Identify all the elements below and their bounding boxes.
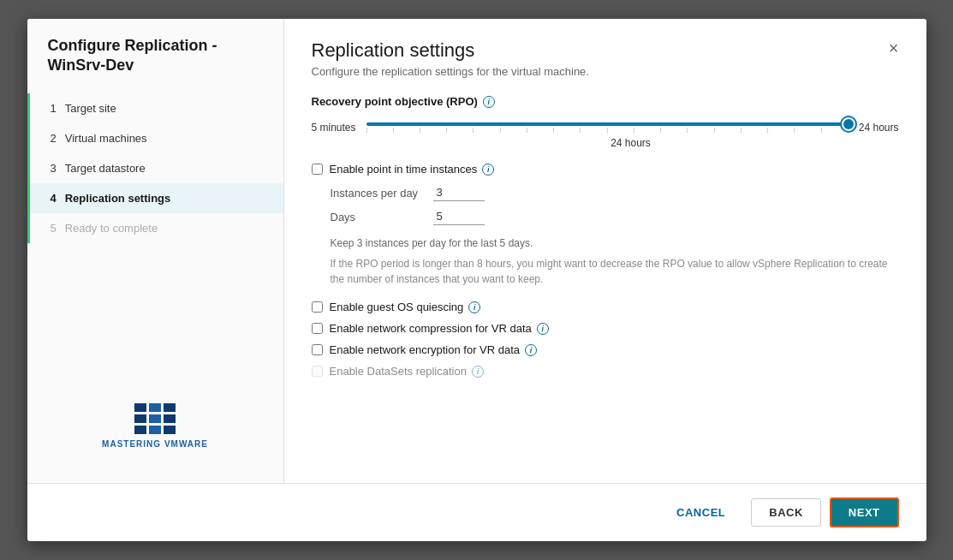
rpo-info-icon[interactable]: i [483,96,495,108]
tick [527,128,527,133]
step-num-5: 5 [51,222,57,235]
vmware-logo-text: MASTERING VMWARE [102,439,208,449]
progress-bar [27,93,30,243]
slider-ticks [366,128,849,133]
pit-info-icon[interactable]: i [482,164,494,176]
main-content: Replication settings × Configure the rep… [284,19,926,483]
instances-per-day-row: Instances per day [331,184,899,201]
days-label: Days [331,211,425,223]
step-label-4: Replication settings [65,192,171,205]
instances-per-day-input[interactable] [433,184,485,201]
step-label-2: Virtual machines [65,132,147,145]
checkbox-pit-row: Enable point in time instances i [312,163,899,176]
enable-datasets-label-text: Enable DataSets replication [330,365,467,378]
enable-pit-checkbox[interactable] [312,164,323,175]
enable-network-compression-label: Enable network compression for VR data i [330,322,549,335]
logo-block [134,403,146,412]
slider-max-label: 24 hours [859,122,899,134]
tick [393,128,394,133]
checkbox-datasets-row: Enable DataSets replication i [312,365,899,378]
rpo-label-text: Recovery point objective (RPO) [312,95,478,108]
enable-network-compression-label-text: Enable network compression for VR data [330,322,532,335]
slider-min-label: 5 minutes [312,122,356,134]
encrypt-info-icon[interactable]: i [525,344,537,356]
logo-block [164,426,176,434]
enable-network-encryption-checkbox[interactable] [312,344,323,355]
enable-network-compression-checkbox[interactable] [312,323,323,334]
step-label-5: Ready to complete [65,222,158,235]
main-subtitle: Configure the replication settings for t… [312,65,899,78]
enable-guest-quiescing-label-text: Enable guest OS quiescing [330,301,464,313]
tick [767,128,768,133]
help-text: Keep 3 instances per day for the last 5 … [331,237,899,249]
slider-wrapper[interactable] [366,122,849,133]
enable-datasets-label: Enable DataSets replication i [330,365,484,378]
logo-block [149,426,161,434]
sidebar-bottom: MASTERING VMWARE [27,386,283,466]
instances-fields: Instances per day Days [331,184,899,232]
step-num-3: 3 [51,162,57,175]
tick [420,128,420,133]
tick [714,128,715,133]
tick [821,128,822,133]
tick [660,128,661,133]
sidebar-step-4[interactable]: 4 Replication settings [27,183,283,213]
sidebar-step-1[interactable]: 1 Target site [27,93,283,123]
step-num-1: 1 [51,102,57,115]
close-button[interactable]: × [889,39,899,57]
tick [500,128,501,133]
tick [794,128,795,133]
datasets-info-icon: i [472,366,484,378]
sidebar-step-2[interactable]: 2 Virtual machines [27,123,283,153]
enable-datasets-checkbox [312,366,323,377]
vmware-logo: MASTERING VMWARE [102,403,208,449]
sidebar-step-5: 5 Ready to complete [27,213,283,243]
compress-info-icon[interactable]: i [537,323,549,335]
days-row: Days [331,208,899,225]
slider-thumb[interactable] [842,117,855,131]
next-button[interactable]: NEXT [830,497,899,527]
tick [634,128,634,133]
checkbox-encrypt-row: Enable network encryption for VR data i [312,343,899,356]
tick [446,128,447,133]
step-label-3: Target datastore [65,162,146,175]
back-button[interactable]: BACK [751,498,821,527]
checkbox-guest-row: Enable guest OS quiescing i [312,301,899,313]
logo-block [149,403,161,412]
days-input[interactable] [433,208,485,225]
step-label-1: Target site [65,102,116,115]
logo-block [164,414,176,423]
tick [366,128,367,133]
enable-guest-quiescing-checkbox[interactable] [312,301,323,313]
enable-pit-label: Enable point in time instances i [330,163,495,176]
tick [741,128,742,133]
tick [553,128,554,133]
enable-pit-label-text: Enable point in time instances [330,163,478,176]
tick [473,128,474,133]
logo-block [134,426,146,434]
rpo-label: Recovery point objective (RPO) i [312,95,899,108]
dialog-footer: CANCEL BACK NEXT [27,483,926,541]
step-num-2: 2 [51,132,57,145]
cancel-button[interactable]: CANCEL [659,499,742,526]
main-title: Replication settings [312,39,475,62]
step-num-4: 4 [51,192,57,205]
guest-info-icon[interactable]: i [468,301,480,313]
sidebar: Configure Replication - WinSrv-Dev 1 Tar… [27,19,284,483]
tick [580,128,581,133]
logo-block [149,414,161,423]
sidebar-step-3[interactable]: 3 Target datastore [27,153,283,183]
logo-block [164,403,176,412]
slider-track [366,122,849,126]
steps-list: 1 Target site 2 Virtual machines 3 Targe… [27,93,283,243]
configure-replication-dialog: Configure Replication - WinSrv-Dev 1 Tar… [27,19,926,541]
slider-container: 5 minutes [312,122,899,134]
sidebar-title: Configure Replication - WinSrv-Dev [27,36,283,93]
enable-network-encryption-label-text: Enable network encryption for VR data [330,343,521,356]
checkbox-compress-row: Enable network compression for VR data i [312,322,899,335]
tick [607,128,608,133]
instances-per-day-label: Instances per day [331,187,425,200]
tick [687,128,688,133]
help-note: If the RPO period is longer than 8 hours… [331,256,899,287]
slider-value: 24 hours [363,137,899,149]
